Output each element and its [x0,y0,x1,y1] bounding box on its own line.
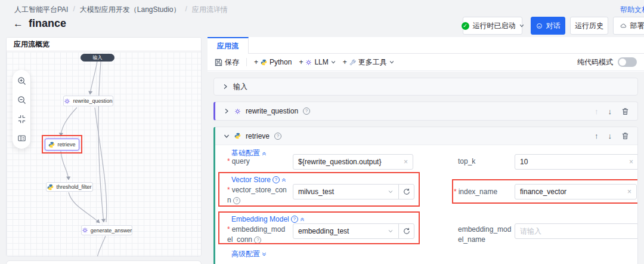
clear-icon[interactable]: × [629,158,633,166]
breadcrumb-item-langstudio[interactable]: 大模型应用开发（LangStudio） [80,5,181,15]
editor-toolbar: 保存 + Python + LLM + 更多工具 纯代码模式 [208,54,644,71]
add-more-tools-button[interactable]: + 更多工具 [343,57,394,67]
help-icon[interactable]: ? [254,237,261,244]
next-panel-edge [6,260,202,264]
delete-icon[interactable] [621,108,629,115]
run-history-button[interactable]: 运行历史 [570,17,608,35]
flow-node-rewrite-label: rewrite_question [73,98,112,104]
toggle-knob [619,59,626,66]
help-icon[interactable]: ? [233,197,240,204]
section-rewrite-question: rewrite_question ? ↑ ↓ [213,102,638,121]
zoom-in-icon[interactable] [17,76,26,85]
top-k-input[interactable] [520,158,626,166]
flow-node-rewrite-question[interactable]: rewrite_question [63,96,113,106]
flow-node-generate-label: generate_answer [91,228,132,234]
section-retrieve-header[interactable]: retrieve ? ↑ ↓ [215,127,637,145]
section-input-title: 输入 [233,82,247,92]
chevron-down-icon [224,133,230,139]
help-doc-link[interactable]: 帮助文档 [620,5,644,15]
layout-icon[interactable] [17,133,26,143]
deploy-button-label: 部署 [630,21,644,31]
chevron-down-icon[interactable] [383,189,398,194]
code-mode-toggle[interactable] [618,57,637,67]
section-rewrite-header[interactable]: rewrite_question ? ↑ ↓ [215,102,637,120]
flow-editor-panel: 应用流 保存 + Python + LLM + 更多工具 纯代码模式 [208,37,644,264]
add-python-button[interactable]: + Python [254,58,292,66]
top-k-input-wrap: × [515,154,638,170]
flow-canvas: 输入 rewrite_question retrieve threshold_f… [7,52,201,256]
save-button[interactable]: 保存 [215,57,239,67]
tab-bar: 应用流 [208,37,644,54]
clear-icon[interactable]: × [404,158,408,166]
flow-overview-panel: 应用流概览 [6,37,202,257]
python-icon [47,184,54,191]
fit-view-icon[interactable] [17,114,26,124]
chat-icon [536,23,543,29]
refresh-icon[interactable] [398,185,414,199]
save-icon [215,59,222,66]
index-name-input-wrap: × [515,184,637,199]
add-python-label: Python [270,58,292,66]
query-input-wrap: × [293,154,413,170]
add-more-tools-label: 更多工具 [358,57,387,67]
vector-store-conn-select[interactable]: milvus_test [293,184,414,199]
flow-node-threshold-label: threshold_filter [56,184,91,190]
clear-icon[interactable]: × [627,188,631,196]
embedding-group-label: Embedding Model [231,215,289,223]
vector-store-group-link[interactable]: Vector Store ? [231,176,286,184]
code-mode-label: 纯代码模式 [577,57,613,67]
embedding-model-conn-select[interactable]: embedding_test [293,223,414,239]
help-icon[interactable]: ? [273,176,280,183]
chevron-down-icon[interactable] [383,229,398,234]
required-icon: * [454,188,457,196]
embedding-model-conn-value: embedding_test [293,227,383,235]
section-retrieve: retrieve ? ↑ ↓ 基础配置 *query [213,127,638,264]
flow-node-retrieve-label: retrieve [57,142,75,148]
zoom-out-icon[interactable] [17,95,26,105]
help-icon[interactable]: ? [274,133,281,140]
add-llm-label: LLM [314,58,328,66]
move-up-icon[interactable]: ↑ [595,132,599,140]
top-k-label: top_k [458,156,518,167]
save-label: 保存 [225,57,239,67]
breadcrumb-separator: / [73,5,75,15]
flow-node-threshold-filter[interactable]: threshold_filter [46,182,93,192]
back-icon[interactable]: ← [13,18,23,30]
section-input-header[interactable]: 输入 [214,78,637,95]
move-down-icon[interactable]: ↓ [608,108,612,115]
index-name-input[interactable] [520,188,624,196]
deploy-button[interactable]: 部署 [613,17,644,35]
chevron-right-icon [224,108,230,114]
move-up-icon[interactable]: ↑ [595,108,599,115]
chat-button[interactable]: 对话 [531,17,565,35]
flow-node-retrieve[interactable]: retrieve [45,139,79,151]
tab-flow[interactable]: 应用流 [208,37,249,54]
query-label: *query [227,156,287,167]
chevron-double-up-icon [262,151,267,156]
section-retrieve-title: retrieve [246,132,270,140]
embedding-model-name-input[interactable] [520,227,633,235]
flow-node-input[interactable]: 输入 [80,54,114,62]
query-input[interactable] [298,158,400,166]
wrench-icon [349,59,356,66]
llm-icon [64,98,70,105]
advanced-config-link[interactable]: 高级配置 [231,249,267,259]
canvas-toolbar [13,70,30,149]
delete-icon[interactable] [621,132,629,140]
breadcrumb-item-platform[interactable]: 人工智能平台PAI [14,5,68,15]
runtime-status-button[interactable]: ✓ 运行时已启动 [463,17,522,35]
embedding-group-link[interactable]: Embedding Model ? [231,215,305,223]
chevron-down-icon [389,60,394,65]
help-icon[interactable]: ? [291,216,298,223]
help-icon[interactable]: ? [303,108,310,115]
refresh-icon[interactable] [398,224,414,238]
section-rewrite-title: rewrite_question [246,107,298,115]
move-down-icon[interactable]: ↓ [608,132,612,140]
success-check-icon: ✓ [462,22,469,30]
retrieve-config-body: 基础配置 *query × top_k × Vect [215,145,637,264]
chevron-double-up-icon [300,217,305,222]
plus-icon: + [299,58,303,66]
breadcrumb-item-current: 应用流详情 [192,5,228,15]
flow-node-generate-answer[interactable]: generate_answer [81,225,132,235]
add-llm-button[interactable]: + LLM [299,58,335,66]
